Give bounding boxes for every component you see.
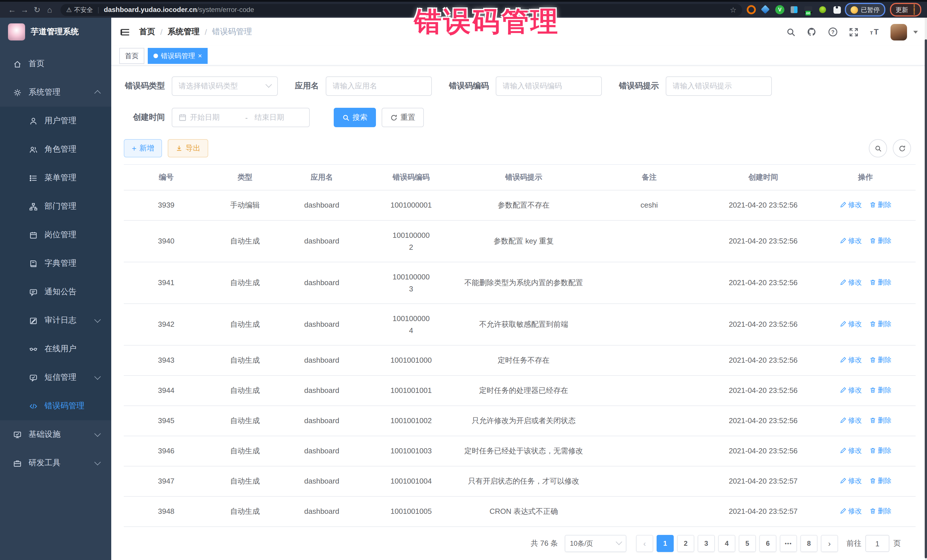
delete-link[interactable]: 删除	[869, 475, 891, 486]
user-avatar[interactable]	[891, 24, 907, 40]
date-range-picker[interactable]: 开始日期 - 结束日期	[172, 108, 310, 127]
date-start-placeholder[interactable]: 开始日期	[190, 112, 239, 123]
edit-link[interactable]: 修改	[839, 414, 862, 426]
hamburger-icon[interactable]	[120, 27, 130, 37]
next-page-button[interactable]: ›	[821, 535, 838, 552]
sidebar-item-在线用户[interactable]: 在线用户	[0, 335, 111, 363]
extension-icon-orange[interactable]	[747, 5, 756, 14]
sidebar-item-通知公告[interactable]: 通知公告	[0, 278, 111, 306]
sidebar-item-短信管理[interactable]: 短信管理	[0, 363, 111, 392]
filter-input-错误码编码[interactable]: 请输入错误码编码	[496, 76, 602, 96]
sidebar-item-错误码管理[interactable]: 错误码管理	[0, 392, 111, 420]
edit-link[interactable]: 修改	[839, 235, 862, 246]
security-warning-icon[interactable]: ⚠不安全	[66, 5, 93, 14]
vue-devtools-icon[interactable]: V	[775, 5, 784, 14]
sidebar-item-研发工具[interactable]: 研发工具	[0, 449, 111, 477]
delete-link[interactable]: 删除	[869, 445, 891, 456]
sidebar-item-岗位管理[interactable]: 岗位管理	[0, 221, 111, 249]
avatar-dropdown-caret-icon[interactable]	[913, 30, 918, 33]
breadcrumb-system[interactable]: 系统管理	[168, 27, 200, 37]
edit-link[interactable]: 修改	[839, 475, 862, 486]
page-scrollbar[interactable]	[925, 18, 927, 560]
tag-首页[interactable]: 首页	[119, 48, 144, 64]
browser-home-icon[interactable]: ⌂	[43, 2, 56, 18]
delete-link[interactable]: 删除	[869, 235, 891, 246]
delete-link[interactable]: 删除	[869, 505, 891, 517]
refresh-button[interactable]	[893, 139, 911, 157]
address-bar[interactable]: ⚠不安全 | dashboard.yudao.iocoder.cn /syste…	[61, 4, 742, 16]
update-button[interactable]: 更新 ⋮⋮	[890, 3, 921, 17]
cell-code: 1001001001	[362, 375, 460, 406]
edit-label: 修改	[848, 505, 862, 517]
edit-link[interactable]: 修改	[839, 505, 862, 517]
edit-link[interactable]: 修改	[839, 199, 862, 211]
sidebar-item-label: 用户管理	[44, 116, 76, 126]
delete-link[interactable]: 删除	[869, 276, 891, 288]
filter-select-错误码类型[interactable]: 请选择错误码类型	[172, 76, 278, 96]
back-icon[interactable]: ←	[6, 2, 18, 18]
breadcrumb-home[interactable]: 首页	[139, 27, 155, 37]
extensions-puzzle-icon[interactable]	[832, 5, 842, 14]
search-button[interactable]: 搜索	[334, 108, 376, 127]
filter-input-应用名[interactable]: 请输入应用名	[326, 76, 432, 96]
close-icon[interactable]: ×	[198, 52, 202, 59]
search-icon[interactable]	[786, 27, 796, 37]
delete-link[interactable]: 删除	[869, 318, 891, 329]
scrollbar-thumb[interactable]	[925, 39, 927, 558]
delete-link[interactable]: 删除	[869, 414, 891, 426]
sidebar-item-基础设施[interactable]: 基础设施	[0, 420, 111, 449]
toggle-search-button[interactable]	[869, 139, 887, 157]
page-size-select[interactable]: 10条/页	[565, 535, 626, 552]
font-size-icon[interactable]: тT	[869, 27, 880, 37]
github-icon[interactable]	[807, 27, 817, 37]
delete-link[interactable]: 删除	[869, 354, 891, 366]
page-button-2[interactable]: 2	[677, 535, 694, 552]
goto-page-input[interactable]: 1	[865, 535, 889, 552]
sidebar-item-字典管理[interactable]: 字典管理	[0, 249, 111, 278]
delete-link[interactable]: 删除	[869, 199, 891, 211]
page-button-8[interactable]: 8	[800, 535, 818, 552]
tag-错误码管理[interactable]: 错误码管理×	[148, 48, 208, 64]
sidebar-item-用户管理[interactable]: 用户管理	[0, 107, 111, 135]
sidebar-item-部门管理[interactable]: 部门管理	[0, 192, 111, 221]
add-button[interactable]: + 新增	[124, 139, 162, 157]
error-code-value: 1001000004	[391, 313, 431, 337]
sidebar-item-系统管理[interactable]: 系统管理	[0, 78, 111, 107]
edit-link[interactable]: 修改	[839, 445, 862, 456]
bookmark-star-icon[interactable]: ☆	[730, 5, 737, 14]
help-icon[interactable]: ?	[828, 27, 838, 37]
export-button[interactable]: 导出	[168, 139, 208, 157]
extension-icon-switch[interactable]: on	[804, 5, 813, 14]
edit-link[interactable]: 修改	[839, 354, 862, 366]
page-button-1[interactable]: 1	[656, 535, 674, 552]
chevron-down-icon	[94, 316, 101, 323]
more-pages-button[interactable]: •••	[780, 535, 797, 552]
page-button-5[interactable]: 5	[739, 535, 756, 552]
browser-menu-icon[interactable]: ⋮⋮	[911, 5, 916, 15]
reset-button[interactable]: 重置	[381, 108, 424, 127]
filter-input-错误码提示[interactable]: 请输入错误码提示	[666, 76, 772, 96]
forward-icon[interactable]: →	[18, 2, 31, 18]
extension-icon-gem[interactable]	[761, 5, 770, 14]
sidebar-item-审计日志[interactable]: 审计日志	[0, 306, 111, 335]
edit-link[interactable]: 修改	[839, 276, 862, 288]
extension-icon-key[interactable]	[818, 5, 827, 14]
page-button-3[interactable]: 3	[698, 535, 715, 552]
extensions-row: V on	[747, 5, 842, 14]
prev-page-button[interactable]: ‹	[636, 535, 653, 552]
fullscreen-icon[interactable]	[849, 27, 859, 37]
sidebar-item-菜单管理[interactable]: 菜单管理	[0, 164, 111, 192]
app-logo-row[interactable]: 芋道管理系统	[0, 18, 111, 46]
sidebar-item-首页[interactable]: 首页	[0, 50, 111, 78]
sidebar-item-角色管理[interactable]: 角色管理	[0, 135, 111, 164]
delete-link[interactable]: 删除	[869, 384, 891, 396]
page-button-6[interactable]: 6	[759, 535, 777, 552]
profile-chip[interactable]: 已暂停	[845, 3, 885, 17]
edit-link[interactable]: 修改	[839, 318, 862, 329]
cell-code: 1001001003	[362, 436, 460, 466]
reload-icon[interactable]: ↻	[31, 2, 43, 18]
page-button-4[interactable]: 4	[718, 535, 736, 552]
date-end-placeholder[interactable]: 结束日期	[254, 112, 303, 123]
extension-icon-grid[interactable]	[790, 5, 799, 14]
edit-link[interactable]: 修改	[839, 384, 862, 396]
